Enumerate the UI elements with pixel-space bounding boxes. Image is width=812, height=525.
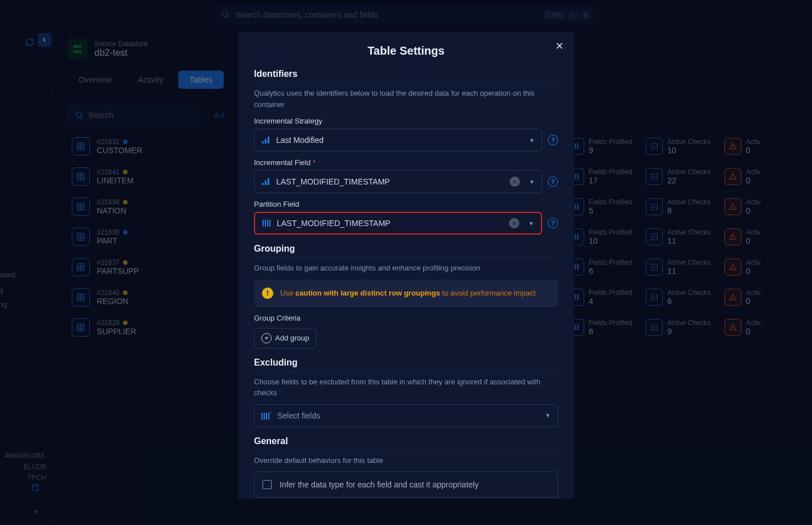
group-criteria-label: Group Criteria <box>254 314 558 322</box>
add-group-button[interactable]: + Add group <box>254 328 317 348</box>
plus-icon: + <box>261 333 272 343</box>
svg-rect-38 <box>262 141 264 143</box>
warning-icon: ! <box>262 288 273 299</box>
general-desc: Override default behaviors for this tabl… <box>254 455 558 466</box>
svg-rect-39 <box>265 139 266 143</box>
bars-icon <box>261 136 270 145</box>
svg-rect-43 <box>268 178 269 185</box>
partition-field-select[interactable]: LAST_MODIFIED_TIMESTAMP ✕ ▼ <box>254 212 542 235</box>
infer-datatype-checkbox-row[interactable]: Infer the data type for each field and c… <box>254 471 558 498</box>
grouping-desc: Group fields to gain accurate insights a… <box>254 262 558 274</box>
svg-rect-46 <box>267 220 268 227</box>
excluding-heading: Excluding <box>254 358 558 368</box>
warning-box: ! Use caution with large distinct row gr… <box>254 280 558 307</box>
table-settings-modal: ✕ Table Settings Identifiers Qualytics u… <box>238 32 574 499</box>
svg-rect-47 <box>269 220 270 227</box>
help-icon[interactable]: ? <box>548 135 558 145</box>
grouping-heading: Grouping <box>254 244 558 254</box>
svg-rect-40 <box>268 137 269 143</box>
incremental-field-select[interactable]: LAST_MODIFIED_TIMESTAMP ✕ ▼ <box>254 170 542 193</box>
close-icon[interactable]: ✕ <box>555 40 564 52</box>
chevron-down-icon: ▼ <box>529 137 535 143</box>
chevron-down-icon: ▼ <box>529 179 535 185</box>
svg-rect-44 <box>263 220 264 227</box>
svg-rect-50 <box>266 413 267 420</box>
help-icon[interactable]: ? <box>548 218 558 228</box>
excluding-desc: Choose fields to be excluded from this t… <box>254 376 558 399</box>
checkbox[interactable] <box>263 480 272 489</box>
svg-rect-49 <box>264 413 265 420</box>
columns-plus-icon: + <box>261 411 272 420</box>
svg-rect-45 <box>265 220 266 227</box>
exclude-fields-select[interactable]: + Select fields ▼ <box>254 404 558 427</box>
inc-strategy-label: Incremental Strategy <box>254 117 558 125</box>
help-icon[interactable]: ? <box>548 177 558 187</box>
identifiers-desc: Qualytics uses the identifiers below to … <box>254 88 558 110</box>
svg-rect-41 <box>262 183 264 185</box>
bars-icon <box>261 177 270 186</box>
svg-rect-48 <box>261 413 263 420</box>
inc-field-label: Incremental Field <box>254 158 558 167</box>
clear-icon[interactable]: ✕ <box>510 177 520 187</box>
svg-text:+: + <box>269 411 272 415</box>
chevron-down-icon: ▼ <box>528 220 534 227</box>
columns-icon <box>262 219 271 228</box>
general-heading: General <box>254 436 558 446</box>
clear-icon[interactable]: ✕ <box>509 218 519 228</box>
identifiers-heading: Identifiers <box>254 69 558 79</box>
modal-title: Table Settings <box>254 44 558 58</box>
incremental-strategy-select[interactable]: Last Modified ▼ <box>254 129 542 151</box>
svg-rect-42 <box>265 181 266 185</box>
chevron-down-icon: ▼ <box>545 412 551 419</box>
modal-overlay: ✕ Table Settings Identifiers Qualytics u… <box>0 0 812 525</box>
partition-field-label: Partition Field <box>254 200 558 208</box>
